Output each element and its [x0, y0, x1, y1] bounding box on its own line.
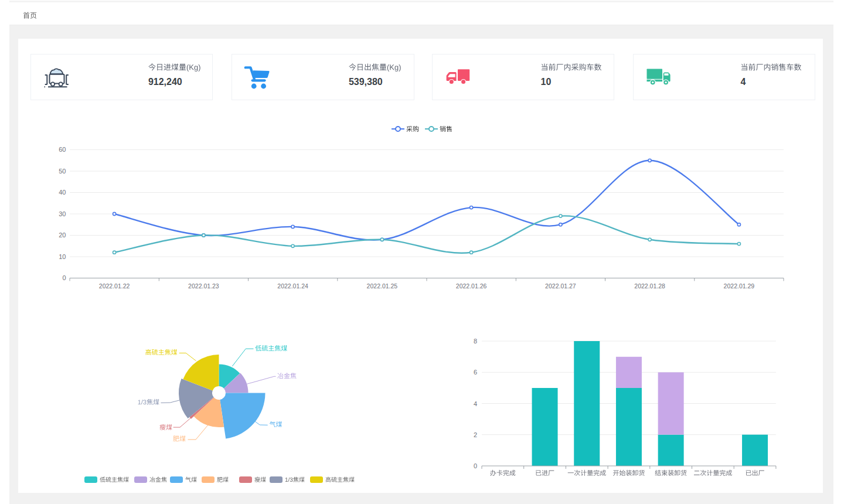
svg-text:2022.01.29: 2022.01.29 — [724, 282, 755, 290]
svg-text:2022.01.23: 2022.01.23 — [188, 282, 219, 290]
svg-text:2: 2 — [474, 431, 477, 438]
svg-text:30: 30 — [59, 210, 66, 217]
svg-text:2022.01.28: 2022.01.28 — [634, 282, 665, 290]
svg-text:2022.01.26: 2022.01.26 — [456, 282, 487, 290]
svg-text:8: 8 — [474, 338, 477, 345]
svg-text:2022.01.27: 2022.01.27 — [545, 282, 576, 290]
svg-text:2022.01.22: 2022.01.22 — [99, 282, 130, 290]
svg-text:10: 10 — [59, 253, 66, 260]
svg-text:2022.01.24: 2022.01.24 — [277, 282, 308, 290]
svg-text:0: 0 — [62, 274, 66, 281]
svg-text:2022.01.25: 2022.01.25 — [367, 282, 398, 290]
svg-text:20: 20 — [59, 231, 66, 239]
svg-text:50: 50 — [59, 168, 66, 175]
svg-text:6: 6 — [474, 369, 477, 376]
svg-text:4: 4 — [474, 400, 477, 407]
svg-text:60: 60 — [59, 146, 66, 153]
svg-text:40: 40 — [59, 189, 66, 196]
svg-text:0: 0 — [474, 462, 477, 469]
